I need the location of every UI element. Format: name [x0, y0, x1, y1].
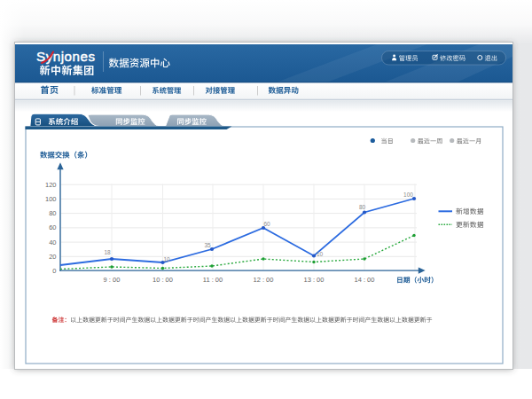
svg-text:80: 80 — [49, 209, 56, 217]
svg-text:60: 60 — [263, 221, 270, 227]
svg-text:12 : 00: 12 : 00 — [254, 276, 274, 284]
svg-text:10: 10 — [317, 251, 324, 257]
svg-text:0: 0 — [52, 267, 56, 275]
svg-text:100: 100 — [403, 192, 413, 198]
svg-text:13 : 00: 13 : 00 — [304, 276, 325, 284]
svg-text:120: 120 — [45, 181, 57, 189]
svg-text:9 : 00: 9 : 00 — [104, 276, 121, 284]
svg-text:18: 18 — [104, 249, 111, 255]
svg-text:80: 80 — [359, 204, 366, 210]
svg-text:35: 35 — [204, 242, 211, 248]
svg-text:40: 40 — [49, 239, 56, 246]
svg-text:10: 10 — [164, 256, 171, 262]
svg-text:60: 60 — [49, 223, 56, 231]
svg-text:10 : 00: 10 : 00 — [153, 276, 173, 284]
svg-text:100: 100 — [45, 195, 57, 203]
svg-text:20: 20 — [49, 253, 56, 261]
svg-text:11 : 00: 11 : 00 — [203, 276, 223, 284]
svg-text:14 : 00: 14 : 00 — [355, 276, 375, 284]
